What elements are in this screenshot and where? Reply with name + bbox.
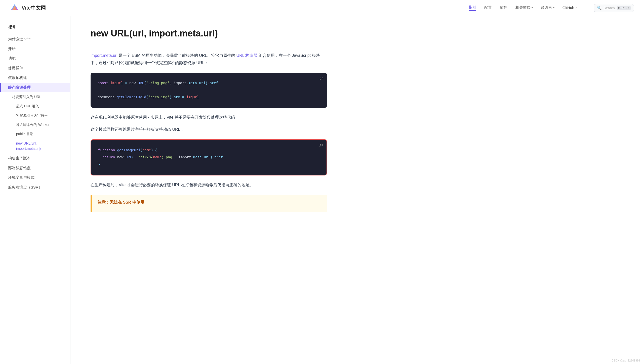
nav-item-config[interactable]: 配置 <box>484 5 492 11</box>
text4-paragraph: 在生产构建时，Vite 才会进行必要的转换保证 URL 在打包和资源哈希后仍指向… <box>91 181 327 189</box>
search-kbd: CTRL · K <box>617 6 631 10</box>
logo-text: Vite中文网 <box>22 5 46 11</box>
sidebar-section-title: 指引 <box>0 24 70 34</box>
sidebar-item-new-url[interactable]: new URL(url, import.meta.url) <box>0 139 70 153</box>
sidebar-item-public[interactable]: public 目录 <box>0 129 70 139</box>
code2-line-3: } <box>98 161 319 168</box>
code2-line-2: return new URL(`./dir/${name}.png`, impo… <box>98 154 319 161</box>
sidebar-item-worker[interactable]: 导入脚本作为 Worker <box>0 120 70 129</box>
sidebar-item-explicit-url[interactable]: 显式 URL 引入 <box>0 102 70 111</box>
links-chevron-icon: ▾ <box>532 6 533 9</box>
sidebar-item-import-url[interactable]: 将资源引入为 URL <box>0 92 70 102</box>
sidebar: 指引 为什么选 Vite 开始 功能 使用插件 依赖预构建 静态资源处理 将资源… <box>0 16 70 364</box>
code-line-1: const imgUrl = new URL('./img.png', impo… <box>98 80 320 87</box>
intro-paragraph: import.meta.url 是一个 ESM 的原生功能，会暴露当前模块的 U… <box>91 52 327 67</box>
sidebar-item-import-string[interactable]: 将资源引入为字符串 <box>0 111 70 120</box>
import-meta-url-link[interactable]: import.meta.url <box>91 53 117 58</box>
code-lang-badge-2: js <box>319 142 323 148</box>
search-icon: 🔍 <box>597 6 602 10</box>
logo[interactable]: Vite中文网 <box>10 4 46 13</box>
watermark: CSDN @qq_22841386 <box>612 359 640 362</box>
sidebar-item-plugins[interactable]: 使用插件 <box>0 63 70 73</box>
search-button[interactable]: 🔍 Search CTRL · K <box>594 4 634 12</box>
text2-paragraph: 这在现代浏览器中能够原生使用 - 实际上，Vite 并不需要在开发阶段处理这些代… <box>91 114 327 121</box>
main-content: new URL(url, import.meta.url) import.met… <box>70 16 347 364</box>
text4-prose: 在生产构建时，Vite 才会进行必要的转换保证 URL 在打包和资源哈希后仍指向… <box>91 181 327 189</box>
layout: 指引 为什么选 Vite 开始 功能 使用插件 依赖预构建 静态资源处理 将资源… <box>0 0 644 364</box>
code-line-3: document.getElementById('hero-img').src … <box>98 94 320 101</box>
nav-item-plugins[interactable]: 插件 <box>500 5 507 11</box>
nav-item-lang[interactable]: 多语言 ▾ <box>541 5 554 11</box>
sidebar-item-ssr[interactable]: 服务端渲染（SSR） <box>0 183 70 192</box>
nav-item-guide[interactable]: 指引 <box>469 5 476 11</box>
warning-title: 注意：无法在 SSR 中使用 <box>98 200 321 205</box>
intro-prose: import.meta.url 是一个 ESM 的原生功能，会暴露当前模块的 U… <box>91 52 327 67</box>
external-link-icon: ↗ <box>575 6 578 9</box>
code-lang-badge-1: js <box>320 75 324 81</box>
sidebar-item-why-vite[interactable]: 为什么选 Vite <box>0 34 70 44</box>
sidebar-item-start[interactable]: 开始 <box>0 44 70 54</box>
header-nav: 指引 配置 插件 相关链接 ▾ 多语言 ▾ GitHub ↗ 🔍 Search … <box>469 4 634 12</box>
sidebar-item-static-assets[interactable]: 静态资源处理 <box>0 83 70 93</box>
nav-item-links[interactable]: 相关链接 ▾ <box>515 5 533 11</box>
code-block-2: js function getImageUrl(name) { return n… <box>91 139 327 175</box>
sidebar-item-deploy[interactable]: 部署静态站点 <box>0 163 70 173</box>
text2-prose: 这在现代浏览器中能够原生使用 - 实际上，Vite 并不需要在开发阶段处理这些代… <box>91 114 327 133</box>
code2-line-1: function getImageUrl(name) { <box>98 147 319 154</box>
sidebar-item-env[interactable]: 环境变量与模式 <box>0 173 70 183</box>
title-divider <box>91 45 327 45</box>
header: Vite中文网 指引 配置 插件 相关链接 ▾ 多语言 ▾ GitHub ↗ 🔍… <box>0 0 644 16</box>
sidebar-item-build[interactable]: 构建生产版本 <box>0 153 70 163</box>
sidebar-item-features[interactable]: 功能 <box>0 54 70 63</box>
warning-box: 注意：无法在 SSR 中使用 <box>91 195 327 212</box>
code-line-2 <box>98 87 320 94</box>
nav-item-github[interactable]: GitHub ↗ <box>562 6 578 10</box>
url-constructor-link[interactable]: URL 构造器 <box>236 53 258 58</box>
lang-chevron-icon: ▾ <box>553 6 554 9</box>
page-title: new URL(url, import.meta.url) <box>91 28 327 39</box>
code-block-1: js const imgUrl = new URL('./img.png', i… <box>91 73 327 108</box>
vite-logo-icon <box>10 4 19 13</box>
sidebar-item-dep-prebuild[interactable]: 依赖预构建 <box>0 73 70 83</box>
text3-paragraph: 这个模式同样还可以通过字符串模板支持动态 URL： <box>91 126 327 133</box>
